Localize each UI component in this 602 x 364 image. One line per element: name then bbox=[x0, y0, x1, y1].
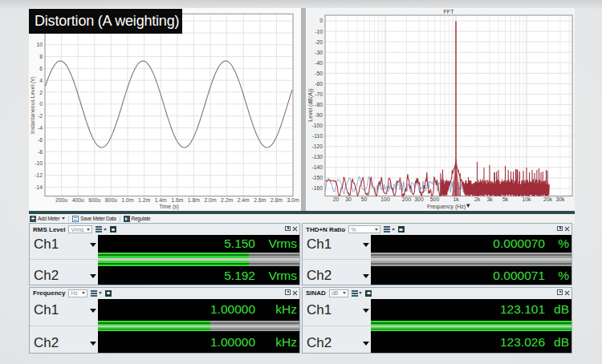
svg-text:-8: -8 bbox=[38, 149, 43, 155]
svg-text:-12: -12 bbox=[35, 172, 43, 178]
svg-text:-60: -60 bbox=[315, 81, 323, 87]
svg-text:-14: -14 bbox=[35, 184, 43, 190]
svg-text:-30: -30 bbox=[315, 50, 323, 55]
svg-text:500: 500 bbox=[430, 196, 440, 202]
svg-text:Time (s): Time (s) bbox=[159, 204, 179, 210]
svg-text:50: 50 bbox=[361, 196, 368, 202]
svg-text:-10: -10 bbox=[35, 160, 43, 166]
svg-text:2.2m: 2.2m bbox=[221, 197, 233, 203]
svg-text:2.0m: 2.0m bbox=[204, 197, 216, 203]
svg-text:30: 30 bbox=[345, 196, 352, 202]
svg-text:2.4m: 2.4m bbox=[238, 197, 250, 203]
svg-text:10: 10 bbox=[36, 42, 43, 47]
svg-text:-90: -90 bbox=[315, 112, 323, 118]
svg-text:Level (dB(A)): Level (dB(A)) bbox=[307, 88, 314, 121]
svg-text:-100: -100 bbox=[311, 123, 323, 128]
svg-text:-140: -140 bbox=[311, 164, 323, 170]
svg-text:1k: 1k bbox=[453, 196, 459, 202]
svg-text:-50: -50 bbox=[315, 71, 323, 76]
svg-text:-4: -4 bbox=[38, 125, 43, 131]
svg-text:0: 0 bbox=[319, 18, 323, 23]
svg-text:-20: -20 bbox=[315, 39, 323, 45]
svg-text:1.4m: 1.4m bbox=[155, 197, 167, 203]
svg-text:-110: -110 bbox=[312, 133, 323, 139]
svg-text:800u: 800u bbox=[105, 197, 117, 203]
svg-text:3k: 3k bbox=[486, 196, 493, 202]
svg-text:-160: -160 bbox=[311, 185, 323, 191]
svg-text:2.6m: 2.6m bbox=[254, 197, 266, 203]
svg-text:1.8m: 1.8m bbox=[188, 197, 200, 203]
svg-text:Instantaneous Level (V): Instantaneous Level (V) bbox=[30, 76, 36, 134]
svg-text:3.0m: 3.0m bbox=[287, 197, 299, 203]
svg-text:-120: -120 bbox=[311, 144, 323, 149]
svg-text:10k: 10k bbox=[523, 196, 532, 202]
svg-text:-10: -10 bbox=[315, 29, 323, 34]
svg-text:-80: -80 bbox=[315, 102, 323, 107]
svg-text:-40: -40 bbox=[315, 60, 323, 66]
svg-text:4: 4 bbox=[39, 78, 43, 83]
svg-text:-70: -70 bbox=[315, 91, 323, 97]
svg-text:FFT: FFT bbox=[444, 9, 455, 14]
svg-text:600u: 600u bbox=[88, 197, 100, 203]
svg-text:8: 8 bbox=[39, 54, 43, 59]
svg-text:200u: 200u bbox=[55, 197, 67, 203]
svg-text:6: 6 bbox=[39, 66, 43, 71]
svg-text:Frequency (Hz): Frequency (Hz) bbox=[427, 204, 466, 210]
svg-text:2k: 2k bbox=[474, 196, 481, 202]
svg-text:200: 200 bbox=[402, 196, 412, 202]
svg-text:2.8m: 2.8m bbox=[270, 197, 283, 203]
svg-text:0: 0 bbox=[39, 101, 43, 107]
svg-text:1.0m: 1.0m bbox=[121, 197, 133, 203]
svg-text:5k: 5k bbox=[502, 196, 509, 202]
svg-text:30k: 30k bbox=[556, 196, 566, 202]
svg-text:-6: -6 bbox=[38, 137, 43, 143]
svg-text:20: 20 bbox=[333, 196, 340, 202]
svg-text:1.6m: 1.6m bbox=[171, 197, 183, 203]
svg-text:-130: -130 bbox=[311, 154, 323, 160]
svg-text:20k: 20k bbox=[543, 196, 553, 202]
svg-text:2: 2 bbox=[39, 90, 43, 95]
svg-text:-150: -150 bbox=[311, 175, 323, 180]
svg-text:100: 100 bbox=[380, 196, 390, 202]
svg-text:1.2m: 1.2m bbox=[138, 197, 150, 203]
svg-text:300: 300 bbox=[414, 196, 424, 202]
svg-text:-2: -2 bbox=[38, 113, 43, 119]
svg-text:400u: 400u bbox=[72, 197, 84, 203]
